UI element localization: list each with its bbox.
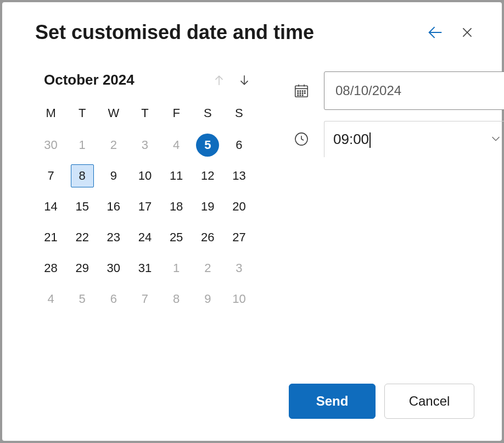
calendar-grid: MTWTFSS301234567891011121314151617181920… [35, 103, 255, 311]
calendar-day[interactable]: 6 [98, 287, 129, 311]
chevron-down-icon [490, 132, 502, 145]
calendar-day[interactable]: 24 [129, 226, 160, 249]
calendar-day[interactable]: 28 [35, 257, 66, 280]
calendar-day[interactable]: 1 [66, 134, 98, 157]
svg-point-12 [305, 91, 306, 92]
close-icon [460, 25, 474, 40]
calendar-day[interactable]: 7 [129, 287, 160, 311]
time-input[interactable]: 09:00 [333, 131, 490, 148]
calendar-header: October 2024 [35, 71, 255, 88]
next-month-button[interactable] [237, 73, 251, 87]
time-field-row: 09:00 [293, 121, 504, 157]
svg-point-10 [300, 91, 301, 92]
calendar-day[interactable]: 20 [223, 195, 255, 218]
calendar-day[interactable]: 30 [35, 134, 66, 157]
calendar-day[interactable]: 5 [66, 287, 98, 311]
calendar-day[interactable]: 4 [35, 287, 66, 311]
day-header: S [223, 103, 255, 126]
calendar-day[interactable]: 2 [192, 257, 223, 280]
calendar-day[interactable]: 19 [192, 195, 223, 218]
svg-point-11 [302, 91, 303, 92]
send-button[interactable]: Send [289, 384, 376, 419]
calendar-day[interactable]: 25 [161, 226, 192, 249]
svg-point-15 [302, 93, 303, 94]
svg-point-18 [300, 95, 301, 96]
arrow-left-icon [426, 23, 445, 42]
back-button[interactable] [426, 23, 445, 42]
time-dropdown-button[interactable] [490, 132, 502, 147]
calendar-day[interactable]: 17 [129, 195, 160, 218]
day-header: F [161, 103, 192, 126]
day-header: W [98, 103, 129, 126]
svg-point-14 [300, 93, 301, 94]
calendar-icon [293, 82, 310, 99]
calendar-day[interactable]: 9 [192, 287, 223, 311]
prev-month-button[interactable] [212, 73, 226, 87]
month-year-label[interactable]: October 2024 [44, 71, 135, 88]
text-caret [369, 132, 371, 148]
date-input[interactable] [324, 71, 504, 110]
arrow-down-icon [237, 73, 251, 87]
header-actions [426, 23, 474, 42]
time-input-wrap[interactable]: 09:00 [324, 121, 504, 157]
calendar-day[interactable]: 30 [98, 257, 129, 280]
calendar-day[interactable]: 23 [98, 226, 129, 249]
svg-point-19 [302, 95, 303, 96]
day-header: M [35, 103, 66, 126]
calendar-day[interactable]: 5 [192, 134, 223, 157]
datetime-fields: 09:00 [293, 71, 504, 367]
calendar-day[interactable]: 14 [35, 195, 66, 218]
calendar-day[interactable]: 10 [223, 287, 255, 311]
svg-point-17 [298, 95, 299, 96]
calendar-day[interactable]: 3 [223, 257, 255, 280]
date-field-row [293, 71, 504, 110]
calendar-day[interactable]: 6 [223, 134, 255, 157]
calendar-day[interactable]: 7 [35, 164, 66, 187]
cancel-button[interactable]: Cancel [384, 384, 474, 419]
svg-point-16 [305, 93, 306, 94]
calendar-day[interactable]: 8 [66, 164, 98, 187]
set-date-time-dialog: Set customised date and time October 202… [2, 2, 502, 441]
calendar-day[interactable]: 12 [192, 164, 223, 187]
calendar-day[interactable]: 10 [129, 164, 160, 187]
calendar-day[interactable]: 22 [66, 226, 98, 249]
day-header: T [66, 103, 98, 126]
close-button[interactable] [460, 25, 474, 40]
svg-rect-5 [295, 86, 308, 97]
dialog-header: Set customised date and time [35, 21, 474, 44]
calendar-day[interactable]: 29 [66, 257, 98, 280]
calendar-day[interactable]: 13 [223, 164, 255, 187]
calendar-day[interactable]: 11 [161, 164, 192, 187]
dialog-body: October 2024 [35, 71, 474, 367]
calendar-nav [212, 73, 251, 87]
calendar-day[interactable]: 1 [161, 257, 192, 280]
calendar-day[interactable]: 18 [161, 195, 192, 218]
calendar-day[interactable]: 27 [223, 226, 255, 249]
dialog-footer: Send Cancel [35, 384, 474, 419]
calendar: October 2024 [35, 71, 255, 367]
calendar-day[interactable]: 26 [192, 226, 223, 249]
calendar-day[interactable]: 9 [98, 164, 129, 187]
day-header: S [192, 103, 223, 126]
calendar-day[interactable]: 3 [129, 134, 160, 157]
day-header: T [129, 103, 160, 126]
calendar-day[interactable]: 16 [98, 195, 129, 218]
svg-point-9 [298, 91, 299, 92]
calendar-day[interactable]: 31 [129, 257, 160, 280]
calendar-day[interactable]: 2 [98, 134, 129, 157]
arrow-up-icon [212, 73, 226, 87]
calendar-day[interactable]: 21 [35, 226, 66, 249]
calendar-day[interactable]: 15 [66, 195, 98, 218]
dialog-title: Set customised date and time [35, 21, 314, 44]
calendar-day[interactable]: 8 [161, 287, 192, 311]
svg-point-13 [298, 93, 299, 94]
calendar-day[interactable]: 4 [161, 134, 192, 157]
clock-icon [293, 131, 310, 147]
